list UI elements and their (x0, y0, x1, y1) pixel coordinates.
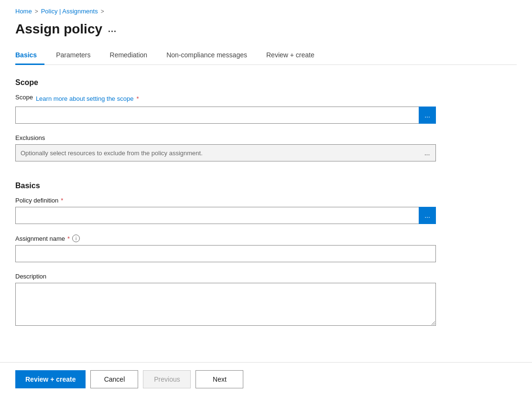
scope-required-star: * (136, 95, 139, 102)
exclusions-input-group: Optionally select resources to exclude f… (15, 144, 436, 161)
exclusions-placeholder-text: Optionally select resources to exclude f… (15, 144, 419, 161)
scope-section-title: Scope (15, 78, 436, 87)
assignment-name-label-row: Assignment name * i (15, 235, 436, 242)
assignment-name-info-icon[interactable]: i (72, 235, 80, 242)
previous-button: Previous (143, 370, 191, 388)
scope-input[interactable] (15, 107, 419, 124)
scope-label-row: Scope Learn more about setting the scope… (15, 94, 436, 104)
scope-input-group: ... (15, 107, 436, 124)
basics-section: Basics Policy definition * ... Assignmen… (15, 182, 436, 327)
tab-non-compliance[interactable]: Non-compliance messages (166, 46, 255, 65)
tab-bar: Basics Parameters Remediation Non-compli… (15, 46, 517, 65)
policy-definition-label: Policy definition (15, 197, 58, 204)
next-button[interactable]: Next (195, 370, 243, 388)
policy-definition-browse-button[interactable]: ... (419, 207, 436, 224)
scope-section: Scope Scope Learn more about setting the… (15, 78, 436, 124)
breadcrumb-home[interactable]: Home (15, 8, 32, 15)
action-bar: Review + create Cancel Previous Next (0, 362, 532, 396)
assignment-name-input[interactable] (15, 245, 436, 262)
tab-review-create[interactable]: Review + create (266, 46, 322, 65)
policy-definition-label-row: Policy definition * (15, 197, 436, 204)
scope-browse-button[interactable]: ... (419, 107, 436, 124)
exclusions-form-group: Exclusions Optionally select resources t… (15, 134, 436, 161)
exclusions-label: Exclusions (15, 134, 436, 141)
scope-field-label: Scope (15, 94, 33, 101)
policy-definition-group: Policy definition * ... (15, 197, 436, 224)
page-title-row: Assign policy ... (15, 21, 517, 37)
cancel-button[interactable]: Cancel (90, 370, 138, 388)
tab-basics[interactable]: Basics (15, 46, 44, 65)
scope-learn-more-link[interactable]: Learn more about setting the scope (36, 95, 134, 102)
description-textarea[interactable] (15, 283, 436, 326)
breadcrumb-separator-1: > (35, 8, 38, 15)
review-create-button[interactable]: Review + create (15, 370, 86, 388)
breadcrumb: Home > Policy | Assignments > (15, 8, 517, 15)
assignment-name-label: Assignment name (15, 235, 65, 242)
breadcrumb-policy-assignments[interactable]: Policy | Assignments (41, 8, 98, 15)
basics-section-title: Basics (15, 182, 436, 190)
more-options-button[interactable]: ... (108, 24, 117, 34)
description-label: Description (15, 273, 436, 280)
tab-remediation[interactable]: Remediation (110, 46, 155, 65)
tab-parameters[interactable]: Parameters (56, 46, 98, 65)
policy-definition-required: * (61, 197, 63, 204)
breadcrumb-separator-2: > (101, 8, 104, 15)
page-title: Assign policy (15, 21, 102, 37)
assignment-name-required: * (67, 235, 70, 242)
description-group: Description (15, 273, 436, 327)
policy-definition-input-group: ... (15, 207, 436, 224)
exclusions-browse-button[interactable]: ... (419, 144, 436, 161)
assignment-name-group: Assignment name * i (15, 235, 436, 262)
policy-definition-input[interactable] (15, 207, 419, 224)
